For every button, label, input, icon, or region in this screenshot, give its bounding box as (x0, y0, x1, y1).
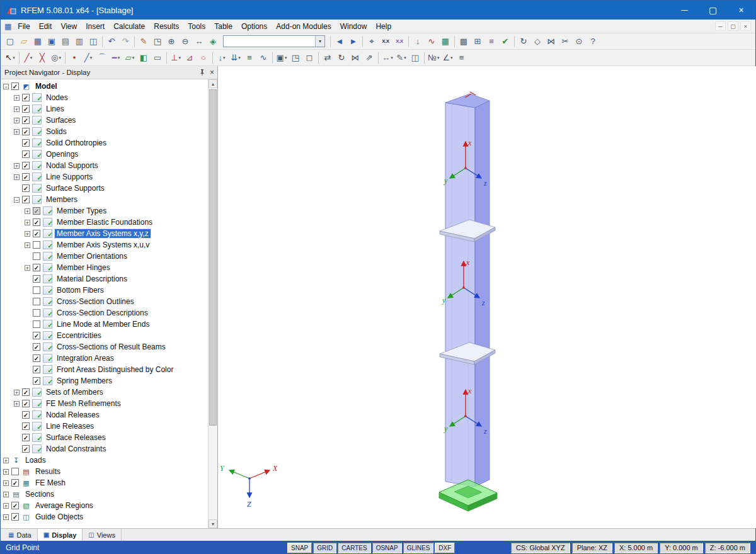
cartes-toggle[interactable]: CARTES (338, 543, 370, 553)
tree-item-openings[interactable]: ✓✓Openings (1, 149, 208, 160)
line-load-button[interactable]: ⇊▾ (229, 51, 243, 65)
redo-button[interactable]: ↷ (118, 35, 132, 48)
visibility-checkbox[interactable]: ✓ (33, 354, 40, 362)
visibility-checkbox[interactable]: ✓ (11, 502, 19, 509)
expand-toggle-icon[interactable]: + (14, 118, 20, 123)
mdi-minimize-button[interactable]: ─ (715, 21, 726, 31)
tree-item-label[interactable]: Surface Supports (44, 184, 106, 193)
expand-toggle-icon[interactable]: + (14, 163, 20, 169)
tree-item-surfaces[interactable]: +✓✓Surfaces (1, 115, 208, 126)
expand-toggle-icon[interactable]: + (3, 458, 9, 463)
scrollbar-thumb[interactable] (209, 89, 217, 426)
perspective-view-button[interactable]: ◇ (530, 35, 544, 48)
tree-item-average-regions[interactable]: +✓▧Average Regions (1, 500, 208, 511)
previous-view-button[interactable]: ◄ (333, 35, 346, 48)
help-button[interactable]: ? (586, 35, 600, 48)
zoom-out-button[interactable]: ⊖ (178, 35, 192, 48)
tree-item-nodes[interactable]: +✓✓Nodes (1, 92, 208, 103)
tree-item-cross-sections-of-result-beams[interactable]: ✓✓Cross-Sections of Result Beams (1, 341, 208, 353)
save-file-button[interactable]: ▦ (31, 35, 45, 48)
tree-item-label[interactable]: Members (44, 195, 79, 204)
visibility-checkbox[interactable]: ✓ (33, 252, 40, 260)
tree-item-fe-mesh[interactable]: +✓▦FE Mesh (1, 477, 208, 489)
visibility-checkbox[interactable]: ✓ (33, 332, 40, 339)
tree-item-label[interactable]: Solids (44, 127, 69, 136)
expand-toggle-icon[interactable]: + (25, 208, 30, 214)
tree-item-label[interactable]: Model (33, 82, 59, 91)
find-object-button[interactable]: ⌖ (365, 35, 379, 48)
mirror-view-button[interactable]: ⋈ (544, 35, 558, 48)
move-copy-button[interactable]: ⇄ (321, 51, 335, 65)
expand-toggle-icon[interactable]: + (14, 95, 20, 101)
menu-table[interactable]: Table (210, 20, 237, 33)
tree-item-eccentricities[interactable]: ✓✓Eccentricities (1, 330, 208, 341)
guide-object-button[interactable]: ◫ (408, 51, 422, 65)
new-node-button[interactable]: • (67, 51, 81, 65)
visibility-checkbox[interactable]: ✓ (33, 343, 40, 351)
menu-tools[interactable]: Tools (183, 20, 210, 33)
visibility-checkbox[interactable]: ✓ (22, 150, 30, 158)
tree-item-member-hinges[interactable]: +✓✓Member Hinges (1, 262, 208, 273)
tree-item-label[interactable]: Member Orientations (55, 252, 129, 261)
member-hinge-button[interactable]: ○ (197, 51, 210, 65)
rotate-view-button[interactable]: ↻ (517, 35, 530, 48)
visibility-checkbox[interactable]: ✓ (22, 94, 30, 101)
navigator-close-icon[interactable]: × (210, 69, 214, 76)
edit-line-button[interactable]: ╱▾ (21, 51, 35, 65)
isometric-view-button[interactable]: ◈ (206, 35, 220, 48)
tree-item-label[interactable]: Sections (23, 490, 56, 499)
zoom-in-button[interactable]: ⊕ (164, 35, 178, 48)
tree-item-label[interactable]: Member Hinges (55, 263, 112, 272)
visibility-checkbox[interactable]: ✓ (33, 275, 40, 283)
tree-item-nodal-supports[interactable]: +✓✓Nodal Supports (1, 160, 208, 171)
menu-view[interactable]: View (56, 20, 81, 33)
scroll-up-icon[interactable]: ▴ (209, 79, 217, 88)
tree-item-member-axis-systems-x-u-v[interactable]: +✓✓Member Axis Systems x,u,v (1, 239, 208, 251)
tree-item-label[interactable]: Bottom Fibers (55, 286, 106, 295)
tree-item-label[interactable]: Surface Releases (44, 433, 108, 442)
menu-results[interactable]: Results (149, 20, 183, 33)
navigator-scrollbar[interactable]: ▴ ▾ (208, 79, 217, 528)
tree-item-label[interactable]: Openings (44, 150, 80, 159)
tree-item-label[interactable]: Cross-Section Outlines (55, 297, 136, 306)
tree-item-label[interactable]: Cross-Section Descriptions (55, 308, 150, 317)
maximize-button[interactable]: ▢ (699, 1, 727, 20)
expand-toggle-icon[interactable]: + (25, 231, 30, 237)
tree-item-label[interactable]: Spring Members (55, 376, 114, 385)
visibility-checkbox[interactable]: ✓ (22, 445, 30, 453)
tree-item-label[interactable]: Cross-Sections of Result Beams (55, 342, 168, 351)
zoom-window-button[interactable]: ◳ (151, 35, 164, 48)
tree-item-integration-areas[interactable]: ✓✓Integration Areas (1, 353, 208, 364)
menu-edit[interactable]: Edit (35, 20, 57, 33)
dimension-button[interactable]: ↔▾ (381, 51, 394, 65)
next-view-button[interactable]: ► (346, 35, 360, 48)
select-pointer-button[interactable]: ↖▾ (3, 51, 17, 65)
divide-line-button[interactable]: ╳ (35, 51, 49, 65)
copy-graphic-button[interactable]: ◫ (86, 35, 100, 48)
dxf-toggle[interactable]: DXF (435, 543, 455, 553)
tree-item-label[interactable]: Sets of Members (44, 388, 105, 397)
show-results-button[interactable]: ∿ (425, 35, 438, 48)
check-model-button[interactable]: ✔ (498, 35, 512, 48)
tree-item-label[interactable]: Material Descriptions (55, 274, 129, 283)
mirror-objects-button[interactable]: ⋈ (348, 51, 362, 65)
tree-item-bottom-fibers[interactable]: ✓✓Bottom Fibers (1, 285, 208, 296)
visibility-checkbox[interactable]: ✓ (11, 479, 19, 487)
show-loads-button[interactable]: ↓ (411, 35, 425, 48)
expand-toggle-icon[interactable]: + (3, 469, 9, 475)
calculate-button[interactable]: ≡ (484, 35, 498, 48)
visibility-checkbox[interactable]: ✓ (33, 309, 40, 317)
print-button[interactable]: ▤ (59, 35, 72, 48)
tree-item-label[interactable]: Member Elastic Foundations (55, 218, 154, 227)
menu-window[interactable]: Window (336, 20, 372, 33)
tree-item-label[interactable]: Guide Objects (33, 512, 85, 521)
tree-item-member-axis-systems-x-y-z[interactable]: +✓✓Member Axis Systems x,y,z (1, 228, 208, 239)
tree-item-members[interactable]: −✓✓Members (1, 194, 208, 205)
node-numbering-button[interactable]: X.X (379, 35, 392, 48)
tree-item-label[interactable]: Line Mode at Member Ends (55, 320, 151, 329)
object-snap-button[interactable]: ◎▾ (49, 51, 63, 65)
grid-toggle[interactable]: GRID (313, 543, 336, 553)
tree-item-material-descriptions[interactable]: ✓✓Material Descriptions (1, 273, 208, 285)
expand-toggle-icon[interactable]: + (14, 174, 20, 180)
tree-item-surface-supports[interactable]: ✓✓Surface Supports (1, 183, 208, 194)
